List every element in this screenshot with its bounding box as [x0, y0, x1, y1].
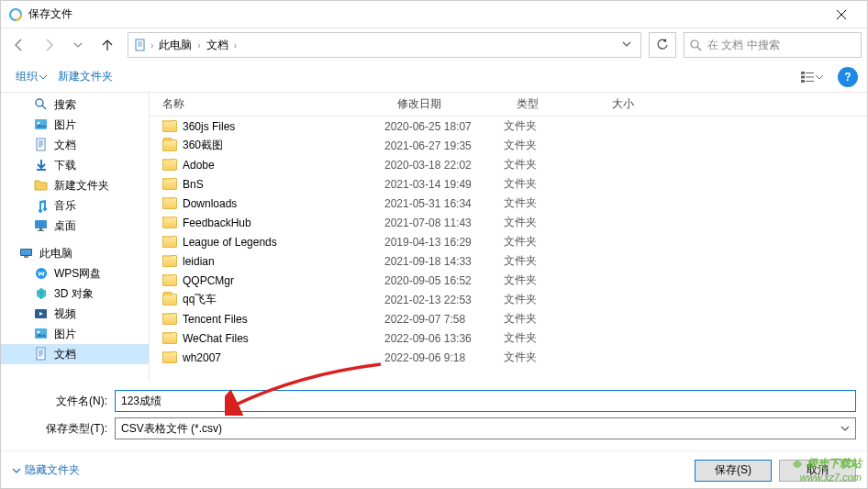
recent-dropdown[interactable]: [65, 32, 91, 58]
file-list: 360js Files2020-06-25 18:07文件夹360截图2021-…: [150, 117, 867, 381]
sidebar-item-documents[interactable]: 文档: [1, 344, 149, 364]
filetype-label: 保存类型(T):: [12, 421, 115, 437]
svg-rect-15: [39, 228, 42, 230]
folder-icon: [162, 255, 177, 267]
file-name: 360js Files: [183, 120, 235, 133]
folder-icon: [162, 178, 177, 190]
back-button[interactable]: [6, 32, 32, 58]
sidebar: 搜索图片文档下载新建文件夹音乐桌面此电脑WPS网盘3D 对象视频图片文档: [1, 93, 150, 381]
save-form: 文件名(N): 保存类型(T): CSV表格文件 (*.csv): [1, 381, 867, 450]
file-name: wh2007: [183, 351, 221, 364]
refresh-button[interactable]: [649, 32, 676, 58]
sidebar-item-folder[interactable]: 新建文件夹: [1, 175, 149, 195]
search-icon: [690, 39, 702, 51]
music-icon: [34, 198, 49, 213]
file-row[interactable]: League of Legends2019-04-13 16:29文件夹: [150, 232, 867, 251]
file-date: 2022-09-07 7:58: [384, 313, 504, 326]
sidebar-item-music[interactable]: 音乐: [1, 195, 149, 216]
file-type: 文件夹: [504, 215, 599, 230]
column-size[interactable]: 大小: [599, 96, 691, 112]
breadcrumb-dropdown[interactable]: [617, 39, 637, 51]
save-button[interactable]: 保存(S): [695, 460, 772, 482]
svg-rect-18: [21, 250, 31, 255]
svg-rect-22: [35, 328, 47, 339]
sidebar-item-videos[interactable]: 视频: [1, 304, 149, 324]
close-button[interactable]: [823, 2, 860, 28]
view-options[interactable]: [794, 66, 830, 88]
file-row[interactable]: qq飞车2021-02-13 22:53文件夹: [150, 290, 867, 309]
svg-rect-16: [38, 230, 44, 231]
search-icon: [34, 97, 49, 112]
hide-folders-toggle[interactable]: 隐藏文件夹: [12, 462, 80, 478]
file-type: 文件夹: [504, 253, 599, 269]
file-date: 2020-03-18 22:02: [384, 159, 504, 172]
filetype-select[interactable]: CSV表格文件 (*.csv): [115, 417, 856, 439]
sidebar-item-documents[interactable]: 文档: [1, 135, 149, 155]
sidebar-item-pc[interactable]: 此电脑: [1, 243, 149, 263]
organize-menu[interactable]: 组织: [10, 65, 52, 88]
file-date: 2021-05-31 16:34: [384, 197, 504, 210]
file-date: 2019-04-13 16:29: [384, 236, 504, 249]
file-type: 文件夹: [504, 350, 599, 365]
file-header: 名称 修改日期 类型 大小: [150, 93, 867, 117]
file-row[interactable]: 360截图2021-06-27 19:35文件夹: [150, 136, 867, 155]
file-row[interactable]: WeChat Files2022-09-06 13:36文件夹: [150, 328, 867, 348]
pc-icon: [19, 246, 34, 261]
file-type: 文件夹: [504, 138, 599, 153]
svg-rect-8: [806, 76, 814, 77]
file-row[interactable]: 360js Files2020-06-25 18:07文件夹: [150, 117, 867, 136]
sidebar-item-downloads[interactable]: 下载: [1, 155, 149, 175]
up-button[interactable]: [95, 32, 120, 58]
file-row[interactable]: leidian2021-09-18 14:33文件夹: [150, 251, 867, 271]
svg-rect-6: [801, 80, 805, 83]
column-type[interactable]: 类型: [504, 96, 599, 112]
footer: 隐藏文件夹 保存(S) 取消: [1, 450, 867, 489]
chevron-right-icon: ›: [234, 40, 237, 50]
svg-rect-11: [35, 119, 47, 129]
chevron-down-icon: [840, 424, 850, 433]
sidebar-item-search[interactable]: 搜索: [1, 94, 149, 115]
breadcrumb-item[interactable]: 文档: [203, 38, 232, 53]
column-name[interactable]: 名称: [150, 96, 384, 112]
file-name: 360截图: [183, 138, 223, 153]
search-input[interactable]: [707, 39, 855, 51]
sidebar-item-pictures[interactable]: 图片: [1, 324, 149, 344]
file-row[interactable]: Downloads2021-05-31 16:34文件夹: [150, 194, 867, 213]
sidebar-item-label: 3D 对象: [54, 286, 94, 302]
file-row[interactable]: QQPCMgr2020-09-05 16:52文件夹: [150, 271, 867, 290]
sidebar-item-3d[interactable]: 3D 对象: [1, 283, 149, 304]
file-row[interactable]: wh20072022-09-06 9:18文件夹: [150, 348, 867, 367]
help-button[interactable]: ?: [838, 67, 858, 87]
file-row[interactable]: BnS2021-03-14 19:49文件夹: [150, 174, 867, 194]
file-row[interactable]: Adobe2020-03-18 22:02文件夹: [150, 155, 867, 174]
file-type: 文件夹: [504, 176, 599, 192]
file-date: 2022-09-06 9:18: [384, 351, 504, 364]
folder-icon: [162, 274, 177, 286]
breadcrumb[interactable]: › 此电脑 › 文档 ›: [128, 32, 641, 58]
filename-input[interactable]: [115, 390, 856, 412]
search-box[interactable]: [684, 32, 862, 58]
file-date: 2020-06-25 18:07: [384, 120, 504, 133]
svg-rect-14: [35, 220, 47, 228]
app-icon: [8, 7, 23, 22]
cancel-button[interactable]: 取消: [779, 460, 856, 482]
column-date[interactable]: 修改日期: [384, 96, 504, 112]
sidebar-item-pictures[interactable]: 图片: [1, 115, 149, 135]
file-name: WeChat Files: [183, 332, 249, 345]
new-folder-button[interactable]: 新建文件夹: [52, 65, 118, 88]
file-type: 文件夹: [504, 311, 599, 327]
documents-icon: [132, 37, 149, 53]
svg-rect-4: [801, 72, 805, 74]
file-name: Tencent Files: [183, 313, 248, 326]
sidebar-item-wps[interactable]: WPS网盘: [1, 263, 149, 283]
breadcrumb-item[interactable]: 此电脑: [155, 38, 195, 53]
sidebar-item-desktop[interactable]: 桌面: [1, 216, 149, 236]
sidebar-item-label: 桌面: [54, 218, 76, 234]
file-row[interactable]: Tencent Files2022-09-07 7:58文件夹: [150, 309, 867, 328]
file-date: 2022-09-06 13:36: [384, 332, 504, 345]
forward-button[interactable]: [36, 32, 61, 58]
file-row[interactable]: FeedbackHub2021-07-08 11:43文件夹: [150, 213, 867, 232]
sidebar-item-label: 图片: [54, 117, 76, 133]
file-date: 2021-07-08 11:43: [384, 217, 504, 229]
file-type: 文件夹: [504, 157, 599, 172]
